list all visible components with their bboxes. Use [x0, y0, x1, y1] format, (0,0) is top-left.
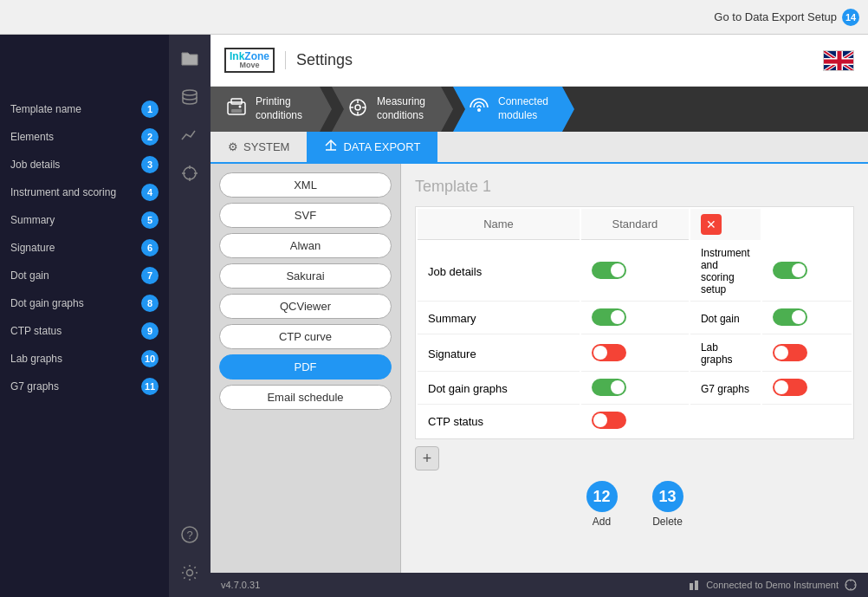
wizard-step-measuring-label: Measuringconditions [377, 95, 425, 122]
row-right-label-1: Dot gain [690, 303, 761, 334]
compass-icon [844, 578, 858, 592]
row-left-toggle-2[interactable] [581, 336, 689, 372]
annotation-item-8: Dot gain graphs 8 [0, 289, 169, 317]
settings-title: Settings [285, 51, 353, 69]
sidebar-icon-crosshair[interactable] [172, 156, 207, 191]
annotation-item-2: Elements 2 [0, 123, 169, 151]
connection-status: Connected to Demo Instrument [687, 578, 858, 592]
list-btn-pdf[interactable]: PDF [219, 354, 392, 380]
svg-point-23 [355, 105, 360, 110]
delete-badge: 13 [658, 488, 676, 506]
annotation-badge-3: 3 [141, 156, 159, 173]
row-left-toggle-4[interactable] [581, 406, 689, 437]
sidebar-icon-folder[interactable] [172, 42, 207, 76]
toggle-left-4[interactable] [592, 412, 626, 429]
delete-action[interactable]: 13 Delete [652, 481, 683, 528]
data-export-link[interactable]: Go to Data Export Setup 14 [714, 9, 859, 26]
annotation-label-3: Job details [10, 159, 141, 171]
row-name-0: Job details [418, 242, 580, 302]
annotation-item-3: Job details 3 [0, 151, 169, 178]
sidebar-icon-database[interactable] [172, 80, 207, 114]
template-close-button[interactable]: ✕ [701, 214, 722, 235]
tab-data-export[interactable]: DATA EXPORT [307, 132, 437, 162]
row-right-toggle-2[interactable] [762, 336, 852, 372]
main-container: Template name 1 Elements 2 Job details 3… [0, 35, 868, 597]
wizard-bar: Printingconditions Measuringconditions C… [211, 87, 868, 132]
annotation-item-11: G7 graphs 11 [0, 373, 169, 400]
row-right-toggle-0[interactable] [762, 242, 852, 302]
wizard-step-connected-label: Connectedmodules [498, 95, 548, 122]
list-btn-xml[interactable]: XML [219, 172, 392, 198]
data-export-badge: 14 [842, 9, 859, 26]
table-row: Dot gain graphs G7 graphs [418, 373, 852, 405]
wizard-step-measuring[interactable]: Measuringconditions [332, 87, 453, 132]
col-standard: Standard [581, 209, 689, 240]
annotation-badge-2: 2 [141, 128, 159, 146]
logo-move: Move [230, 62, 269, 69]
table-row: CTP status [418, 406, 852, 437]
annotation-item-4: Instrument and scoring 4 [0, 178, 169, 206]
annotation-badge-9: 9 [141, 322, 159, 340]
svg-point-24 [477, 108, 481, 112]
annotation-item-1: Template name 1 [0, 95, 169, 123]
toggle-right-1[interactable] [773, 308, 807, 326]
svg-point-0 [183, 90, 197, 95]
wizard-step-printing-label: Printingconditions [256, 95, 302, 122]
sidebar-icon-gear[interactable] [172, 555, 207, 590]
toggle-left-0[interactable] [592, 262, 626, 279]
list-panel: XMLSVFAlwanSakuraiQCViewerCTP curvePDFEm… [211, 164, 401, 573]
annotation-label-2: Elements [10, 131, 141, 143]
row-right-label-3: G7 graphs [690, 373, 761, 405]
data-export-link-label: Go to Data Export Setup [714, 10, 837, 23]
annotation-badge-7: 7 [141, 267, 159, 284]
list-btn-email-schedule[interactable]: Email schedule [219, 385, 392, 410]
row-left-toggle-0[interactable] [581, 242, 689, 302]
connection-icon [687, 578, 701, 592]
row-left-toggle-1[interactable] [581, 303, 689, 334]
row-right-toggle-3[interactable] [762, 373, 852, 405]
row-name-2: Signature [418, 336, 580, 372]
tabs-bar: ⚙ SYSTEM DATA EXPORT [211, 132, 868, 164]
toggle-left-1[interactable] [592, 308, 626, 326]
sidebar-icon-chart[interactable] [172, 118, 207, 152]
annotation-label-6: Signature [10, 242, 141, 254]
action-buttons: 12 Add 13 Delete [415, 470, 854, 538]
list-btn-sakurai[interactable]: Sakurai [219, 263, 392, 289]
toggle-left-3[interactable] [592, 379, 626, 396]
row-right-toggle-1[interactable] [762, 303, 852, 334]
tab-system[interactable]: ⚙ SYSTEM [211, 132, 307, 162]
measuring-icon [346, 95, 370, 124]
annotation-label-4: Instrument and scoring [10, 186, 141, 198]
table-row: Job details Instrument and scoring setup [418, 242, 852, 302]
annotation-badge-11: 11 [141, 378, 159, 395]
delete-circle[interactable]: 13 [652, 481, 683, 512]
add-row-button[interactable]: + [415, 446, 439, 470]
add-action[interactable]: 12 Add [586, 481, 618, 528]
sidebar-bottom: ? [172, 517, 207, 597]
toggle-right-3[interactable] [773, 379, 807, 396]
list-btn-alwan[interactable]: Alwan [219, 233, 392, 258]
toggle-right-0[interactable] [773, 262, 807, 279]
template-table: Name Standard ✕ Job details Instrument a… [415, 206, 854, 439]
list-btn-qcviewer[interactable]: QCViewer [219, 294, 392, 319]
main-split: XMLSVFAlwanSakuraiQCViewerCTP curvePDFEm… [211, 164, 868, 573]
annotation-badge-6: 6 [141, 239, 159, 256]
row-name-4: CTP status [418, 406, 580, 437]
language-flag[interactable] [823, 50, 854, 71]
wizard-step-connected[interactable]: Connectedmodules [453, 87, 574, 132]
list-btn-ctp-curve[interactable]: CTP curve [219, 324, 392, 349]
annotation-item-5: Summary 5 [0, 206, 169, 234]
wizard-step-printing[interactable]: Printingconditions [211, 87, 332, 132]
table-row: Signature Lab graphs [418, 336, 852, 372]
status-bar: v4.7.0.31 Connected to Demo Instrument [211, 573, 868, 597]
toggle-left-2[interactable] [592, 344, 626, 361]
row-left-toggle-3[interactable] [581, 373, 689, 405]
toggle-right-2[interactable] [773, 344, 807, 361]
list-btn-svf[interactable]: SVF [219, 203, 392, 228]
content-header: InkZone Move Settings [211, 35, 868, 87]
row-right-label-2: Lab graphs [690, 336, 761, 372]
add-circle[interactable]: 12 [586, 481, 618, 512]
sidebar-icon-help[interactable]: ? [172, 517, 207, 552]
svg-rect-19 [231, 99, 242, 104]
annotation-badge-1: 1 [141, 101, 159, 118]
